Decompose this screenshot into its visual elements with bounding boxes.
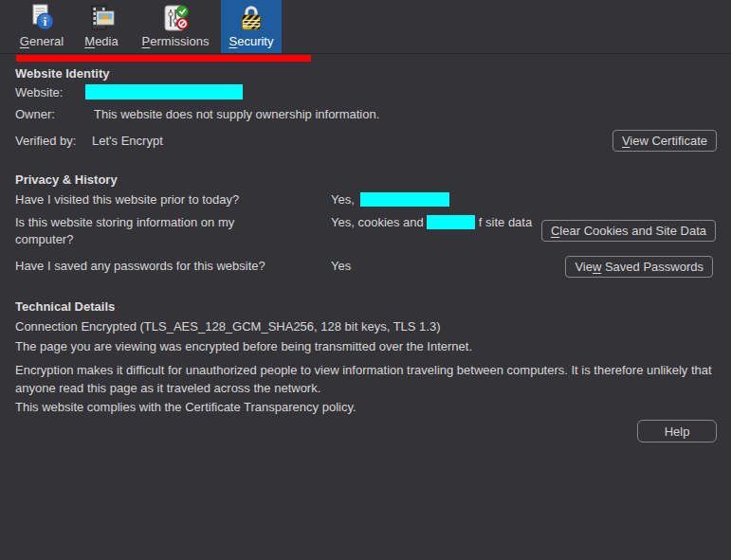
- help-button[interactable]: Help: [637, 420, 717, 443]
- tab-security[interactable]: Security: [221, 0, 282, 53]
- passwords-answer: Yes: [331, 259, 351, 274]
- tab-general[interactable]: i General: [8, 0, 76, 53]
- tab-media-label: Media: [84, 34, 118, 48]
- tab-security-label: Security: [229, 34, 274, 48]
- technical-details-heading: Technical Details: [15, 299, 115, 314]
- privacy-history-heading: Privacy & History: [15, 172, 118, 187]
- tab-media[interactable]: Media: [76, 0, 127, 53]
- tab-permissions-label: Permissions: [142, 34, 210, 48]
- tab-general-label: General: [20, 34, 64, 48]
- verified-by-label: Verified by:: [15, 134, 76, 149]
- clear-cookies-button[interactable]: Clear Cookies and Site Data: [541, 220, 716, 242]
- view-saved-passwords-button[interactable]: View Saved Passwords: [565, 256, 713, 278]
- verified-by-value: Let's Encrypt: [92, 134, 163, 149]
- website-identity-heading: Website Identity: [15, 66, 109, 81]
- page-info-dialog: i General Media: [0, 0, 731, 560]
- redaction-box-visit-count: [360, 192, 449, 207]
- tabbar-separator: [0, 53, 731, 54]
- encryption-explanation-paragraph: Encryption makes it difficult for unauth…: [15, 361, 722, 397]
- visited-answer: Yes,: [331, 192, 449, 208]
- redaction-box-site-data-size: [427, 215, 475, 229]
- redaction-bar-site-name: [16, 55, 311, 62]
- owner-value: This website does not supply ownership i…: [94, 107, 379, 122]
- owner-label: Owner:: [15, 107, 55, 122]
- visited-question-label: Have I visited this website prior to tod…: [15, 192, 300, 208]
- document-info-icon: i: [27, 3, 57, 33]
- passwords-question-label: Have I saved any passwords for this webs…: [15, 259, 300, 274]
- page-encrypted-line: The page you are viewing was encrypted b…: [15, 339, 472, 354]
- permissions-sliders-icon: [160, 3, 191, 33]
- redaction-box-website-value: [85, 84, 243, 99]
- media-filmstrip-icon: [86, 3, 117, 33]
- storing-answer: Yes, cookies andf site data: [331, 214, 534, 231]
- view-certificate-button[interactable]: View Certificate: [612, 130, 717, 152]
- connection-encrypted-line: Connection Encrypted (TLS_AES_128_GCM_SH…: [15, 319, 441, 334]
- website-label: Website:: [15, 85, 63, 100]
- certificate-transparency-line: This website complies with the Certifica…: [15, 400, 356, 415]
- tab-permissions[interactable]: Permissions: [132, 0, 219, 53]
- storing-question-label: Is this website storing information on m…: [15, 214, 281, 248]
- security-padlock-icon: [236, 3, 266, 33]
